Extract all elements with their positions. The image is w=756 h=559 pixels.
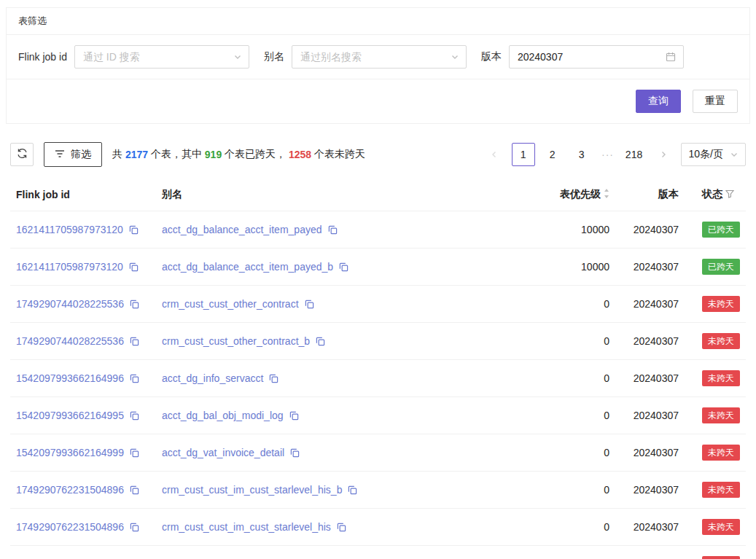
copy-icon[interactable] [339,262,348,272]
version-input[interactable] [510,46,683,68]
priority-cell: 0 [521,509,615,546]
copy-icon[interactable] [328,225,338,235]
alias-link[interactable]: acct_dg_balance_acct_item_payed_b [162,261,333,273]
filter-row: Flink job id 别名 版本 [7,35,749,79]
refresh-button[interactable] [10,143,34,166]
flink-job-id-link[interactable]: 1621411705987973120 [16,224,123,235]
copy-icon[interactable] [316,337,325,346]
page-ellipsis[interactable]: ··· [599,149,617,160]
copy-icon[interactable] [289,411,299,421]
flink-job-id-link[interactable]: 1621411705987973120 [16,261,123,273]
filter-lines-icon [55,149,65,160]
alias-cell: crm_cust_cust_other_contract_b [156,323,521,360]
copy-icon[interactable] [348,485,357,495]
copy-icon[interactable] [290,448,300,458]
version-cell: 20240307 [615,360,685,397]
status-badge: 未跨天 [702,333,740,349]
alias-link[interactable]: acct_dg_bal_obj_modi_log [162,410,284,421]
prev-page-button[interactable] [483,143,506,166]
flink-job-id-cell: 1749290762231504896 [10,509,156,546]
copy-icon[interactable] [337,523,346,532]
copy-icon[interactable] [129,262,139,272]
filter-toggle-button[interactable]: 筛选 [44,142,102,167]
flink-job-id-select[interactable] [74,45,249,69]
reset-button[interactable]: 重置 [693,90,738,113]
flink-job-id-cell: 1621411705987973120 [10,211,156,249]
next-page-button[interactable] [652,143,675,166]
page-button-2[interactable]: 2 [541,143,564,166]
alias-cell: acct_dg_balance_acct_item_payed_b [156,249,521,286]
page-button-218[interactable]: 218 [623,143,646,166]
toolbar: 筛选 共 2177 个表，其中 919 个表已跨天， 1258 个表未跨天 1 … [10,142,746,167]
filter-card-title: 表筛选 [7,8,749,35]
summary-text: 共 2177 个表，其中 919 个表已跨天， 1258 个表未跨天 [112,148,365,161]
alias-select[interactable] [292,45,467,69]
search-button[interactable]: 查询 [636,90,681,113]
flink-job-id-link[interactable]: 1542097993662164995 [16,410,124,421]
table-row: 1749290744028225536 crm_cust_cust_other_… [10,323,746,360]
flink-job-id-cell: 1749290744028225536 [10,323,156,360]
status-badge: 未跨天 [702,370,740,386]
alias-link[interactable]: crm_cust_cust_im_cust_starlevel_his [162,521,331,533]
version-cell: 20240307 [615,286,685,323]
page-button-3[interactable]: 3 [570,143,593,166]
sort-icon[interactable] [604,189,609,200]
alias-input[interactable] [292,46,466,68]
alias-link[interactable]: crm_cust_cust_other_contract_b [162,335,310,347]
flink-job-id-cell: 1621411705987973120 [10,249,156,286]
status-cell: 未跨天 [685,323,746,360]
flink-job-id-link[interactable]: 1749290762231504896 [16,484,124,496]
funnel-icon[interactable] [725,189,734,200]
summary-segment: 个表未跨天 [311,148,365,161]
status-cell: 未跨天 [685,360,746,397]
priority-cell: 0 [521,323,615,360]
page-size-select[interactable]: 10条/页 [681,143,746,166]
flink-job-id-input[interactable] [75,46,249,68]
copy-icon[interactable] [130,448,139,458]
flink-job-id-link[interactable]: 1749290744028225536 [16,298,124,310]
alias-cell: crm_cust_cust_im_cust_starlevel_his_b [156,472,521,509]
alias-link[interactable]: crm_cust_cust_other_contract [162,298,299,310]
table-body: 1621411705987973120 acct_dg_balance_acct… [10,211,746,559]
copy-icon[interactable] [130,485,139,495]
pagination-top: 1 2 3 ··· 218 10条/页 [483,143,746,166]
copy-icon[interactable] [130,411,139,421]
flink-job-id-link[interactable]: 1542097993662164999 [16,447,124,458]
version-date-picker[interactable] [509,45,684,69]
page-button-1[interactable]: 1 [512,143,535,166]
priority-cell: 10000 [521,211,615,249]
flink-job-id-link[interactable]: 1749290762231504896 [16,521,124,533]
alias-link[interactable]: acct_dg_info_servacct [162,372,263,384]
copy-icon[interactable] [129,225,139,235]
summary-segment: 个表，其中 [148,148,205,161]
status-cell: 已跨天 [685,211,746,249]
flink-job-id-cell: 1542097993662164999 [10,434,156,472]
alias-link[interactable]: acct_dg_balance_acct_item_payed [162,224,322,235]
copy-icon[interactable] [269,374,278,383]
flink-job-id-link[interactable]: 1749290744028225536 [16,335,124,347]
total-count: 2177 [125,149,148,160]
alias-link[interactable]: crm_cust_cust_im_cust_starlevel_his_b [162,484,342,496]
alias-cell: crm_cust_cust_im_cust_starlevel_his [156,509,521,546]
chevron-down-icon [234,53,241,60]
priority-header-label: 表优先级 [560,188,601,201]
copy-icon[interactable] [130,337,139,346]
copy-icon[interactable] [130,374,139,383]
alias-cell: acct_dg_staff_oper_log [156,546,521,559]
alias-cell: acct_dg_balance_acct_item_payed [156,211,521,249]
flink-job-id-link[interactable]: 1542097993662164996 [16,372,124,384]
version-cell: 20240307 [615,249,685,286]
filter-card: 表筛选 Flink job id 别名 [6,7,750,124]
alias-link[interactable]: acct_dg_vat_invoice_detail [162,447,284,458]
copy-icon[interactable] [305,300,314,309]
chevron-left-icon [491,149,498,160]
column-header-priority[interactable]: 表优先级 [521,179,615,211]
copy-icon[interactable] [130,523,139,532]
table-row: 1542097993662164999 acct_dg_vat_invoice_… [10,434,746,472]
priority-cell: 0 [521,286,615,323]
column-header-version: 版本 [615,179,685,211]
filter-toggle-label: 筛选 [71,148,91,161]
copy-icon[interactable] [130,300,139,309]
version-cell: 20240307 [615,211,685,249]
version-label: 版本 [481,50,502,63]
